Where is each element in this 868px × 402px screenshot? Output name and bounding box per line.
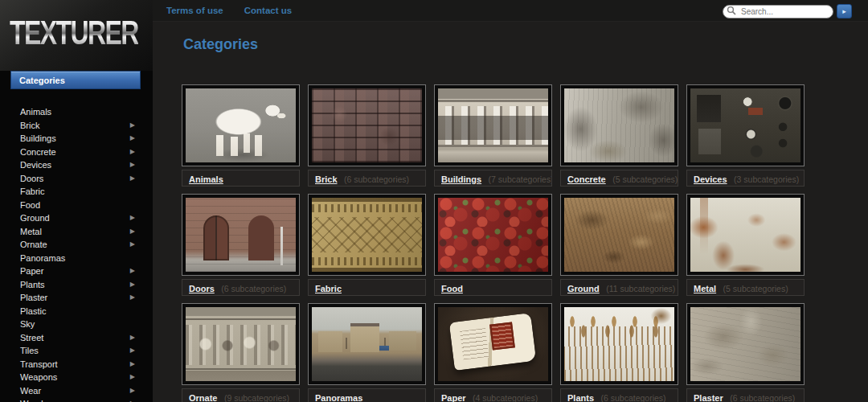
sidebar-item-label: Sky [20,319,35,329]
sidebar-item-label: Devices [20,160,51,170]
chevron-right-icon: ▶ [130,265,135,278]
category-caption: Ornate (9 subcategories) [182,388,300,402]
sidebar-item[interactable]: Panoramas ▶ [0,252,153,265]
sidebar-list: Animals ▶ Brick ▶ Buildings ▶ Concrete ▶… [0,105,153,402]
terms-of-use-link[interactable]: Terms of use [166,6,223,15]
sidebar-item[interactable]: Concrete ▶ [0,146,153,159]
category-link[interactable]: Metal [694,284,716,293]
sidebar-item-label: Paper [20,266,43,276]
sidebar-item-label: Ornate [20,240,47,249]
category-link[interactable]: Animals [189,174,223,184]
category-thumbnail[interactable] [434,84,552,166]
category-thumbnail[interactable] [434,194,552,276]
sidebar-item[interactable]: Ground ▶ [0,211,153,225]
category-link[interactable]: Brick [315,174,338,184]
sidebar-item-label: Ground [20,213,50,223]
sidebar-item-label: Plastic [20,306,46,316]
sidebar-item[interactable]: Brick ▶ [0,119,153,133]
category-card: Metal (5 subcategories) [686,194,805,296]
sidebar-item-label: Buildings [20,133,56,143]
sidebar-item[interactable]: Wear ▶ [0,384,153,398]
category-subcount: (5 subcategories) [612,174,678,184]
sidebar-item[interactable]: Food ▶ [0,199,153,212]
category-thumbnail[interactable] [182,84,300,166]
category-link[interactable]: Plaster [694,393,723,402]
category-card: Food [434,194,552,296]
category-link[interactable]: Fabric [315,284,342,293]
sidebar-item-label: Animals [20,107,51,117]
category-image [312,88,422,162]
sidebar: TEXTURER Categories Animals ▶ Brick ▶ Bu… [0,0,153,402]
sidebar-item-categories-selected[interactable]: Categories [10,71,141,89]
sidebar-item-label: Plaster [20,293,47,302]
category-subcount: (7 subcategories) [489,174,552,184]
category-caption: Brick (6 subcategories) [308,170,426,187]
sidebar-item[interactable]: Sky ▶ [0,318,153,331]
sidebar-item[interactable]: Ornate ▶ [0,238,153,252]
category-caption: Plaster (6 subcategories) [686,388,805,402]
category-thumbnail[interactable] [686,194,805,276]
category-thumbnail[interactable] [560,84,678,166]
sidebar-item[interactable]: Tiles ▶ [0,344,153,358]
category-card: Devices (3 subcategories) [686,84,805,187]
category-caption: Metal (5 subcategories) [686,279,805,296]
category-thumbnail[interactable] [434,303,552,385]
category-thumbnail[interactable] [182,194,300,276]
category-thumbnail[interactable] [686,303,805,385]
sidebar-item[interactable]: Plastic ▶ [0,305,153,318]
category-link[interactable]: Buildings [441,174,481,184]
category-link[interactable]: Food [441,284,463,293]
sidebar-item-label: Tiles [20,346,39,355]
sidebar-item-label: Street [20,333,43,343]
category-link[interactable]: Doors [189,284,215,293]
category-link[interactable]: Devices [694,174,727,184]
sidebar-item[interactable]: Doors ▶ [0,172,153,186]
sidebar-item[interactable]: Weapons ▶ [0,371,153,384]
logo-link[interactable]: TEXTURER [0,0,153,71]
category-card: Plaster (6 subcategories) [686,303,805,402]
category-image [564,307,674,381]
sidebar-item-label: Doors [20,174,43,183]
category-link[interactable]: Panoramas [315,393,362,402]
chevron-right-icon: ▶ [130,358,135,371]
sidebar-item[interactable]: Animals ▶ [0,105,153,119]
sidebar-item[interactable]: Transport ▶ [0,358,153,371]
search-submit-button[interactable]: ▸ [837,4,852,18]
sidebar-item[interactable]: Wood ▶ [0,397,153,402]
category-subcount: (5 subcategories) [723,284,788,293]
category-link[interactable]: Ground [567,284,600,293]
sidebar-item-label: Panoramas [20,253,65,263]
category-thumbnail[interactable] [308,303,426,385]
category-card: Ornate (9 subcategories) [182,303,300,402]
category-link[interactable]: Ornate [189,393,217,402]
category-thumbnail[interactable] [560,303,678,385]
sidebar-item[interactable]: Metal ▶ [0,225,153,239]
category-caption: Food [434,279,552,296]
category-card: Ground (11 subcategories) [560,194,678,296]
category-thumbnail[interactable] [686,84,805,166]
category-image [186,307,296,381]
sidebar-item[interactable]: Street ▶ [0,331,153,345]
category-link[interactable]: Plants [567,393,594,402]
sidebar-item[interactable]: Buildings ▶ [0,132,153,146]
contact-us-link[interactable]: Contact us [244,6,292,15]
chevron-right-icon: ▶ [130,397,135,402]
category-thumbnail[interactable] [308,194,426,276]
category-link[interactable]: Paper [441,393,466,402]
category-thumbnail[interactable] [182,303,300,385]
sidebar-item[interactable]: Plants ▶ [0,278,153,292]
sidebar-item[interactable]: Fabric ▶ [0,185,153,199]
category-thumbnail[interactable] [560,194,678,276]
sidebar-item[interactable]: Plaster ▶ [0,291,153,305]
category-link[interactable]: Concrete [567,174,606,184]
category-image [186,88,296,162]
category-card: Paper (4 subcategories) [434,303,552,402]
sidebar-item[interactable]: Devices ▶ [0,158,153,172]
category-thumbnail[interactable] [308,84,426,166]
category-caption: Concrete (5 subcategories) [560,170,678,187]
category-subcount: (6 subcategories) [730,393,795,402]
sidebar-item[interactable]: Paper ▶ [0,265,153,278]
category-card: Plants (6 subcategories) [560,303,678,402]
chevron-right-icon: ▶ [130,384,135,398]
search-input[interactable] [723,5,833,18]
